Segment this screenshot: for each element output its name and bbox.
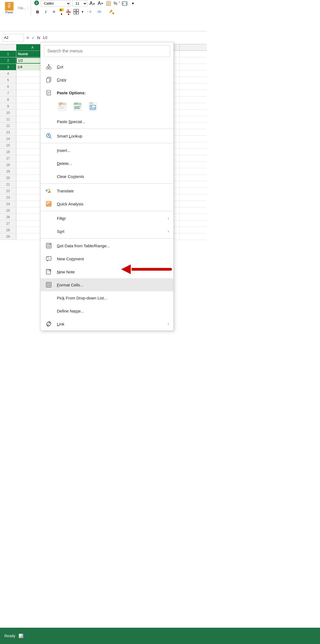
- paint-bucket-button[interactable]: [108, 8, 115, 15]
- menu-item-insert[interactable]: Insert...: [41, 144, 173, 157]
- svg-rect-15: [74, 9, 76, 11]
- font-controls: 🅐 Calibri 11 A▲ A▼: [31, 0, 136, 16]
- row-number[interactable]: 14: [0, 136, 16, 142]
- row-number[interactable]: 26: [0, 214, 16, 220]
- translate-label: Translate: [57, 189, 169, 193]
- row-number[interactable]: 13: [0, 129, 16, 135]
- menu-item-clear-contents[interactable]: Clear Contents: [41, 170, 173, 183]
- menu-item-format-cells[interactable]: Format Cells...: [41, 278, 173, 291]
- italic-button[interactable]: I: [42, 8, 49, 15]
- menu-item-get-data[interactable]: Get Data from Table/Range...: [41, 239, 173, 252]
- menu-item-smart-lookup[interactable]: Smart Lookup: [41, 129, 173, 142]
- paste-option-picture[interactable]: [87, 101, 98, 112]
- decrease-font-button[interactable]: A▼: [97, 0, 104, 7]
- row-number[interactable]: 1: [0, 51, 16, 57]
- quick-analysis-label: Quick Analysis: [57, 202, 169, 206]
- cut-icon: [45, 63, 53, 70]
- get-data-icon: [45, 242, 53, 249]
- menu-item-define-name[interactable]: Define Name...: [41, 304, 173, 317]
- menu-item-delete[interactable]: Delete...: [41, 157, 173, 170]
- delete-icon: [45, 160, 53, 167]
- divider-4: [41, 211, 173, 211]
- svg-rect-63: [48, 204, 49, 206]
- row-number[interactable]: 20: [0, 175, 16, 181]
- row-number[interactable]: 23: [0, 194, 16, 201]
- search-input[interactable]: [44, 45, 170, 57]
- format-cells-label: Format Cells...: [57, 283, 169, 287]
- svg-rect-10: [122, 2, 127, 5]
- font-selector[interactable]: Calibri: [41, 0, 71, 7]
- new-note-icon: [45, 268, 53, 276]
- row-number[interactable]: 8: [0, 96, 16, 103]
- paste-options-label: Paste Options:: [57, 90, 169, 95]
- font-size-selector[interactable]: 11: [72, 0, 87, 7]
- more-button[interactable]: ▼: [130, 0, 136, 7]
- toolbar: Paste Clip... 🅐 Calibri 11 A▲ A▼: [0, 0, 207, 31]
- row-number[interactable]: 21: [0, 181, 16, 187]
- row-number[interactable]: 28: [0, 227, 16, 233]
- menu-item-sort[interactable]: Sort ›: [41, 225, 173, 238]
- menu-item-quick-analysis[interactable]: ⚡ Quick Analysis: [41, 197, 173, 210]
- smart-lookup-label: Smart Lookup: [57, 134, 169, 138]
- paste-option-values[interactable]: [72, 101, 83, 112]
- svg-line-27: [49, 64, 50, 68]
- svg-point-24: [46, 67, 48, 69]
- row-number[interactable]: 25: [0, 207, 16, 214]
- menu-item-filter[interactable]: Filter ›: [41, 212, 173, 225]
- row-number[interactable]: 27: [0, 220, 16, 227]
- menu-item-copy[interactable]: Copy: [41, 73, 173, 86]
- row-number[interactable]: 6: [0, 83, 16, 90]
- menu-item-cut[interactable]: Cut: [41, 60, 173, 73]
- paste-button[interactable]: Paste: [3, 2, 15, 14]
- row-number[interactable]: 5: [0, 77, 16, 83]
- svg-text:.00: .00: [97, 10, 101, 13]
- row-number[interactable]: 2: [0, 57, 16, 64]
- clipboard-button[interactable]: [105, 0, 112, 7]
- row-number[interactable]: 16: [0, 149, 16, 155]
- row-number[interactable]: 7: [0, 90, 16, 96]
- ready-text: Ready: [4, 634, 15, 638]
- svg-line-53: [50, 137, 51, 138]
- row-number[interactable]: 24: [0, 201, 16, 207]
- row-number[interactable]: 15: [0, 142, 16, 148]
- row-number[interactable]: 19: [0, 168, 16, 174]
- wrap-button[interactable]: [121, 0, 128, 7]
- row-number[interactable]: 9: [0, 103, 16, 109]
- menu-item-paste-special[interactable]: Paste Special...: [41, 115, 173, 128]
- paste-option-keep-source[interactable]: a: [57, 101, 68, 112]
- svg-text:A: A: [60, 9, 62, 12]
- increase-font-button[interactable]: A▲: [89, 0, 96, 7]
- borders-dropdown[interactable]: ▼: [81, 10, 84, 13]
- row-number[interactable]: 3: [0, 64, 16, 70]
- menu-item-pick-dropdown[interactable]: Pick From Drop-down List...: [41, 291, 173, 304]
- row-number[interactable]: 29: [0, 233, 16, 240]
- menu-item-translate[interactable]: a A Translate: [41, 184, 173, 197]
- link-icon: [45, 320, 53, 328]
- menu-item-new-note[interactable]: New Note: [41, 265, 173, 278]
- menu-item-new-comment[interactable]: New Comment: [41, 252, 173, 265]
- bold-button[interactable]: B: [34, 8, 41, 15]
- svg-rect-14: [66, 12, 71, 12]
- cell-reference[interactable]: A2: [2, 34, 24, 42]
- row-number[interactable]: 18: [0, 162, 16, 168]
- paste-icon: [5, 2, 14, 11]
- new-comment-label: New Comment: [57, 257, 169, 261]
- paste-options-header-icon: [45, 89, 53, 96]
- row-number[interactable]: 17: [0, 155, 16, 161]
- formula-input[interactable]: 1/2: [42, 36, 205, 40]
- align-button[interactable]: ≡: [51, 8, 57, 15]
- menu-item-link[interactable]: Link ›: [41, 317, 173, 330]
- status-bar: Ready 📊: [0, 628, 320, 644]
- svg-rect-44: [74, 103, 81, 105]
- row-number[interactable]: 12: [0, 123, 16, 129]
- format-icon: 🅐: [34, 1, 39, 6]
- font-color-button[interactable]: A ▼: [66, 8, 71, 16]
- row-number[interactable]: 10: [0, 110, 16, 116]
- search-box-container: [41, 42, 173, 60]
- define-name-icon: [45, 307, 53, 315]
- fill-color-button[interactable]: A ▼: [59, 8, 64, 16]
- borders-button[interactable]: [73, 8, 79, 15]
- row-number[interactable]: 22: [0, 188, 16, 194]
- row-number[interactable]: 4: [0, 70, 16, 77]
- row-number[interactable]: 11: [0, 116, 16, 122]
